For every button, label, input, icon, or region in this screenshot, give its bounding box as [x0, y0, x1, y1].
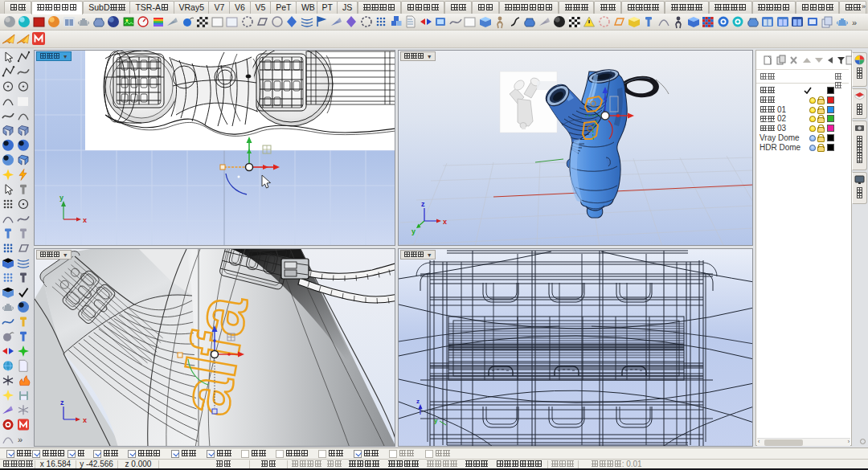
svg-text:x: x	[83, 416, 87, 424]
svg-text:y: y	[411, 227, 416, 235]
svg-text:x: x	[83, 216, 87, 224]
svg-text:y: y	[59, 194, 63, 202]
svg-text:x: x	[443, 218, 447, 226]
svg-text:»: »	[852, 18, 857, 27]
svg-text:»: »	[18, 435, 23, 444]
svg-text:z: z	[60, 398, 64, 407]
svg-text:z: z	[421, 200, 425, 208]
svg-text:y: y	[434, 417, 438, 424]
svg-text:z: z	[416, 398, 420, 405]
